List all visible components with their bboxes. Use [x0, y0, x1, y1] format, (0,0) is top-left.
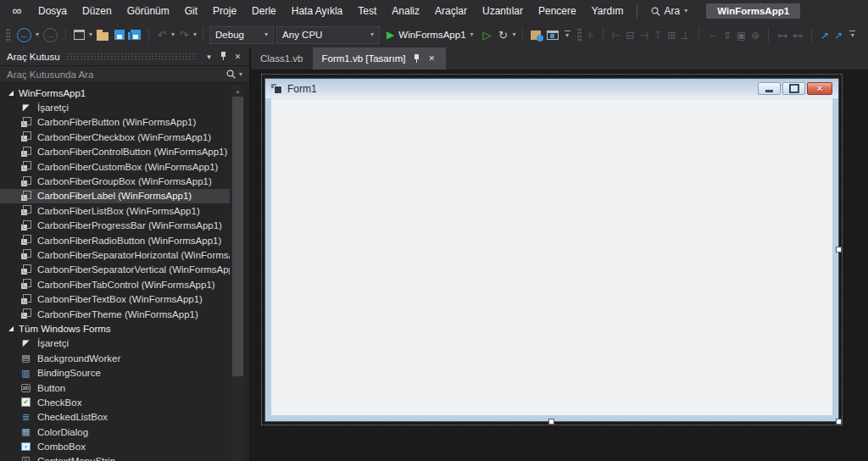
- redo-button[interactable]: ↷: [177, 25, 191, 44]
- hot-reload-caret-icon[interactable]: ▾: [513, 31, 516, 38]
- scroll-up-arrow-icon[interactable]: ▲: [231, 86, 244, 96]
- toolbox-item[interactable]: CarbonFiberSeparatorHorizontal (WinForms…: [0, 247, 230, 262]
- toolbox-item[interactable]: CarbonFiberProgressBar (WinFormsApp1): [0, 219, 230, 233]
- layout-button[interactable]: ⊷: [790, 30, 805, 42]
- undo-button[interactable]: ↶: [155, 25, 169, 44]
- resize-handle-bottom[interactable]: [548, 419, 554, 425]
- menu-item[interactable]: Görünüm: [120, 2, 177, 20]
- menu-item[interactable]: Dosya: [31, 2, 75, 20]
- menu-item[interactable]: Derle: [244, 2, 284, 20]
- align-button[interactable]: ⊥: [678, 30, 692, 42]
- make-same-size-button[interactable]: ⊕: [748, 30, 762, 42]
- project-badge[interactable]: WinFormsApp1: [706, 3, 800, 19]
- redo-dropdown-caret-icon[interactable]: ▾: [193, 31, 197, 38]
- search-control[interactable]: Ara ▾: [646, 5, 693, 17]
- start-without-debugging-button[interactable]: ▷: [481, 25, 494, 44]
- open-file-button[interactable]: [95, 25, 110, 44]
- toolbox-item[interactable]: CarbonFiberControlButton (WinFormsApp1): [0, 145, 230, 159]
- navigate-forward-button[interactable]: →: [42, 25, 59, 44]
- solution-explorer-sync-button[interactable]: [545, 25, 560, 44]
- designed-form[interactable]: Form1 ✕: [264, 78, 839, 422]
- align-button[interactable]: ⊞: [665, 30, 678, 42]
- toolbox-item[interactable]: CarbonFiberTextBox (WinFormsApp1): [0, 292, 230, 306]
- tab-form1-designer[interactable]: Form1.vb [Tasarım] ✕: [313, 47, 447, 69]
- toolbox-header[interactable]: Araç Kutusu ▾ ✕: [0, 47, 249, 65]
- close-tab-button[interactable]: ✕: [427, 53, 437, 64]
- toolbar-overflow-button[interactable]: ▾: [563, 31, 572, 39]
- close-button[interactable]: ✕: [807, 82, 832, 95]
- toolbox-item[interactable]: Tüm Windows Forms: [0, 321, 230, 336]
- toolbox-item[interactable]: Button: [0, 380, 230, 395]
- make-same-size-button[interactable]: ▣: [734, 30, 748, 42]
- new-dropdown-caret-icon[interactable]: ▾: [89, 31, 92, 38]
- new-project-button[interactable]: [72, 25, 86, 44]
- order-button[interactable]: ↗: [832, 30, 845, 42]
- scrollbar-thumb[interactable]: [232, 97, 243, 376]
- toolbox-item[interactable]: ContextMenuStrip: [0, 454, 230, 461]
- resize-handle-right[interactable]: [836, 247, 842, 253]
- toolbox-item[interactable]: ComboBox: [0, 439, 230, 453]
- toolbox-item[interactable]: CarbonFiberSeparatorVertical (WinFormsAp…: [0, 263, 230, 277]
- form-client-area[interactable]: [271, 98, 832, 415]
- window-position-button[interactable]: ▾: [202, 49, 216, 64]
- solution-configuration-dropdown[interactable]: Debug ▾: [209, 26, 274, 44]
- toolbox-item[interactable]: WinFormsApp1: [0, 86, 230, 100]
- toolbox-item[interactable]: CarbonFiberRadioButton (WinFormsApp1): [0, 233, 230, 247]
- layout-button[interactable]: ⊶: [775, 30, 790, 42]
- menu-item[interactable]: Analiz: [384, 2, 427, 20]
- form-titlebar[interactable]: Form1 ✕: [265, 79, 838, 98]
- align-button[interactable]: ⊟: [623, 30, 637, 42]
- find-in-files-button[interactable]: [529, 25, 542, 44]
- menu-item[interactable]: Pencere: [531, 2, 584, 20]
- toolbox-item[interactable]: BackgroundWorker: [0, 351, 230, 365]
- toolbox-scrollbar[interactable]: ▲: [231, 86, 244, 461]
- toolbar-grip[interactable]: [577, 28, 581, 42]
- toolbox-item[interactable]: CarbonFiberCustomBox (WinFormsApp1): [0, 159, 230, 174]
- toolbox-item[interactable]: BindingSource: [0, 365, 230, 380]
- toolbar-overflow-button[interactable]: ▾: [848, 31, 857, 39]
- align-button[interactable]: ⊣: [637, 30, 650, 42]
- save-button[interactable]: [113, 25, 126, 44]
- toolbox-item[interactable]: CheckBox: [0, 395, 230, 409]
- menu-item[interactable]: Düzen: [75, 2, 120, 20]
- navigate-back-button[interactable]: ←: [15, 25, 33, 44]
- start-debugging-button[interactable]: ▶ WinFormsApp1 ▾: [382, 25, 478, 44]
- order-button[interactable]: ↗: [818, 30, 832, 42]
- menu-item[interactable]: Git: [177, 2, 205, 20]
- pin-icon[interactable]: [412, 53, 421, 64]
- auto-hide-button[interactable]: [216, 49, 231, 64]
- undo-dropdown-caret-icon[interactable]: ▾: [171, 31, 175, 38]
- menu-item[interactable]: Hata Ayıkla: [284, 2, 350, 20]
- make-same-size-button[interactable]: ⇕: [721, 30, 734, 42]
- tab-class1[interactable]: Class1.vb: [251, 47, 313, 69]
- search-options-caret-icon[interactable]: ▾: [239, 71, 242, 78]
- hot-reload-button[interactable]: ↻: [497, 25, 510, 44]
- toolbox-item[interactable]: CarbonFiberLabel (WinFormsApp1): [0, 189, 230, 203]
- solution-platform-dropdown[interactable]: Any CPU ▾: [276, 26, 380, 44]
- toolbox-item[interactable]: CarbonFiberTabControl (WinFormsApp1): [0, 277, 230, 292]
- maximize-button[interactable]: [782, 82, 805, 95]
- menu-item[interactable]: Yardım: [584, 2, 632, 20]
- toolbox-item[interactable]: İşaretçi: [0, 336, 230, 351]
- toolbox-item[interactable]: CarbonFiberCheckbox (WinFormsApp1): [0, 130, 230, 144]
- make-same-size-button[interactable]: ⇔: [705, 30, 721, 42]
- menu-item[interactable]: Uzantılar: [475, 2, 531, 20]
- minimize-button[interactable]: [758, 82, 781, 95]
- snaplines-button[interactable]: ⊦: [587, 30, 597, 42]
- menu-item[interactable]: Test: [350, 2, 384, 20]
- toolbox-item[interactable]: CarbonFiberGroupBox (WinFormsApp1): [0, 174, 230, 188]
- toolbar-grip[interactable]: [6, 28, 10, 42]
- align-button[interactable]: ⊢: [609, 30, 623, 42]
- toolbox-item[interactable]: CarbonFiberTheme (WinFormsApp1): [0, 307, 230, 321]
- toolbox-item[interactable]: CheckedListBox: [0, 410, 230, 425]
- toolbox-item[interactable]: CarbonFiberButton (WinFormsApp1): [0, 115, 230, 130]
- resize-handle-bottom-right[interactable]: [836, 419, 842, 425]
- toolbox-search-input[interactable]: [7, 69, 226, 80]
- toolbox-item[interactable]: CarbonFiberListBox (WinFormsApp1): [0, 203, 230, 218]
- toolbox-item[interactable]: ColorDialog: [0, 425, 230, 439]
- menu-item[interactable]: Proje: [205, 2, 244, 20]
- save-all-button[interactable]: [129, 25, 142, 44]
- menu-item[interactable]: Araçlar: [427, 2, 475, 20]
- close-panel-button[interactable]: ✕: [231, 49, 245, 64]
- forms-designer-surface[interactable]: Form1 ✕: [251, 69, 868, 461]
